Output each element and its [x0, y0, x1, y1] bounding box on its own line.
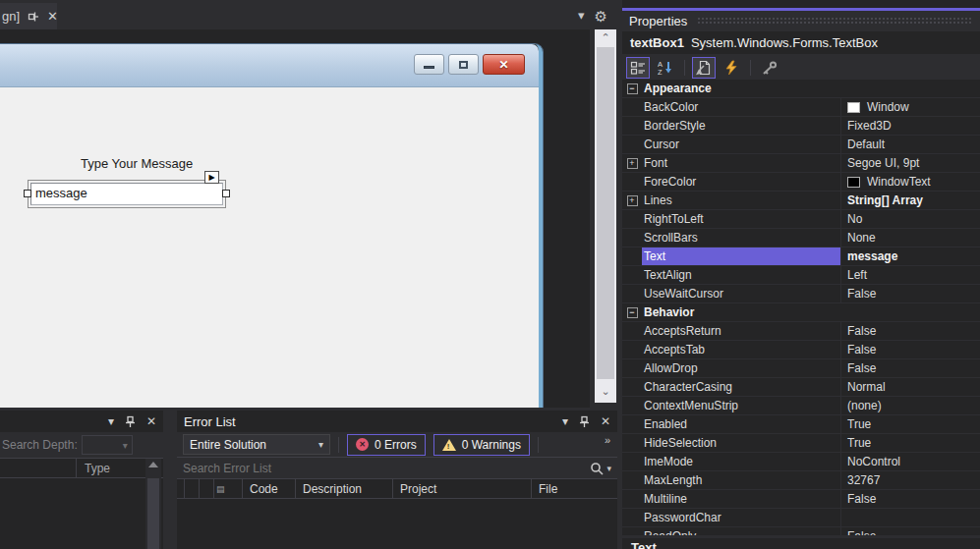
property-value[interactable]: message	[840, 247, 980, 265]
property-row-righttoleft[interactable]: RightToLeftNo	[622, 210, 980, 229]
property-name[interactable]: ImeMode	[642, 453, 840, 470]
scrollbar-thumb[interactable]	[597, 47, 614, 379]
error-list-titlebar[interactable]: Error List ▾ ✕	[177, 411, 617, 432]
left-panel-scrollbar[interactable]	[145, 459, 161, 549]
gear-icon[interactable]: ⚙	[595, 8, 607, 26]
blank-column-header[interactable]	[177, 479, 185, 498]
property-value[interactable]: Left	[840, 266, 980, 284]
property-row-scrollbars[interactable]: ScrollBarsNone	[622, 229, 980, 247]
chevron-down-icon[interactable]: ▾	[108, 414, 114, 428]
property-name[interactable]: AllowDrop	[642, 359, 840, 377]
property-name[interactable]: ScrollBars	[642, 229, 840, 247]
chevron-down-icon[interactable]: ▾	[578, 8, 585, 26]
resize-handle-right[interactable]	[222, 190, 230, 197]
property-row-readonly[interactable]: ReadOnlyFalse	[622, 527, 980, 535]
property-row-multiline[interactable]: MultilineFalse	[622, 490, 980, 509]
scroll-up-icon[interactable]: ⌃	[595, 29, 616, 45]
properties-view-button[interactable]	[692, 57, 716, 79]
close-icon[interactable]: ✕	[601, 414, 610, 428]
blank-column-header[interactable]	[185, 479, 200, 498]
property-value[interactable]: False	[840, 490, 980, 508]
form-label[interactable]: Type Your Message	[81, 156, 193, 171]
property-value[interactable]: 32767	[840, 471, 980, 489]
property-row-passwordchar[interactable]: PasswordChar	[622, 509, 980, 527]
property-value[interactable]: True	[840, 434, 980, 452]
column-header-file[interactable]: File	[532, 479, 617, 498]
property-value[interactable]: WindowText	[840, 173, 980, 191]
property-value[interactable]: Fixed3D	[840, 117, 980, 135]
column-header-project[interactable]: Project	[393, 479, 532, 498]
property-name[interactable]: Appearance	[642, 80, 980, 97]
property-value[interactable]: True	[840, 415, 980, 433]
column-header-code[interactable]: Code	[243, 479, 296, 498]
property-row-hideselection[interactable]: HideSelectionTrue	[622, 434, 980, 453]
scroll-up-icon[interactable]	[148, 462, 158, 467]
property-name[interactable]: BorderStyle	[642, 117, 840, 135]
property-value[interactable]: Default	[840, 136, 980, 153]
property-name[interactable]: Lines	[642, 192, 840, 209]
property-name[interactable]: BackColor	[642, 98, 840, 116]
column-header-description[interactable]: Description	[296, 479, 393, 498]
property-row-textalign[interactable]: TextAlignLeft	[622, 266, 980, 285]
property-name[interactable]: ContextMenuStrip	[642, 397, 840, 414]
minimize-button[interactable]	[414, 54, 444, 75]
property-name[interactable]: ForeColor	[642, 173, 840, 191]
textbox-control[interactable]: message	[30, 183, 223, 205]
tab-form-design[interactable]: gn] ✕	[0, 3, 57, 29]
expander-icon[interactable]: +	[627, 158, 638, 169]
property-row-cursor[interactable]: CursorDefault	[622, 136, 980, 154]
object-selector[interactable]: textBox1 System.Windows.Forms.TextBox	[622, 31, 980, 54]
property-row-acceptsreturn[interactable]: AcceptsReturnFalse	[622, 322, 980, 341]
pin-icon[interactable]	[28, 11, 39, 23]
property-name[interactable]: PasswordChar	[642, 509, 840, 526]
property-name[interactable]: UseWaitCursor	[642, 285, 840, 302]
property-name[interactable]: CharacterCasing	[642, 378, 840, 396]
property-row-imemode[interactable]: ImeModeNoControl	[622, 453, 980, 471]
property-value[interactable]: False	[840, 359, 980, 377]
events-button[interactable]	[720, 57, 743, 79]
property-row-enabled[interactable]: EnabledTrue	[622, 415, 980, 434]
property-value[interactable]: No	[840, 210, 980, 228]
property-name[interactable]: AcceptsTab	[642, 341, 840, 358]
property-row-lines[interactable]: +LinesString[] Array	[622, 192, 980, 210]
property-row-appearance[interactable]: −Appearance	[622, 80, 980, 98]
property-value[interactable]: String[] Array	[840, 192, 980, 209]
property-name[interactable]: Enabled	[642, 415, 840, 433]
alphabetical-sort-button[interactable]: AZ	[654, 57, 677, 79]
expander-icon[interactable]: −	[627, 307, 638, 318]
property-row-behavior[interactable]: −Behavior	[622, 303, 980, 322]
property-row-usewaitcursor[interactable]: UseWaitCursorFalse	[622, 285, 980, 303]
close-icon[interactable]: ✕	[146, 414, 156, 428]
pin-icon[interactable]	[125, 415, 136, 428]
property-name[interactable]: Font	[642, 154, 840, 172]
pin-icon[interactable]	[579, 415, 590, 428]
property-value[interactable]: False	[840, 341, 980, 358]
property-name[interactable]: Multiline	[642, 490, 840, 508]
property-row-charactercasing[interactable]: CharacterCasingNormal	[622, 378, 980, 397]
property-name[interactable]: Behavior	[642, 303, 980, 321]
property-value[interactable]: Normal	[840, 378, 980, 396]
drag-grip[interactable]	[697, 17, 973, 26]
toolbar-overflow-icon[interactable]: »	[605, 434, 611, 446]
warnings-filter-button[interactable]: ! 0 Warnings	[433, 434, 530, 456]
designer-scrollbar[interactable]: ⌃ ⌄	[595, 29, 616, 403]
categorized-button[interactable]	[626, 57, 650, 79]
error-list-search-box[interactable]: ▾	[177, 457, 617, 478]
property-name[interactable]: Text	[642, 247, 840, 265]
property-name[interactable]: HideSelection	[642, 434, 840, 452]
expander-icon[interactable]: −	[627, 83, 638, 94]
property-value[interactable]: False	[840, 322, 980, 340]
chevron-down-icon[interactable]: ▾	[606, 464, 611, 473]
property-row-allowdrop[interactable]: AllowDropFalse	[622, 359, 980, 378]
search-depth-dropdown[interactable]: ▾	[82, 435, 133, 455]
property-value[interactable]: False	[840, 285, 980, 302]
resize-handle-left[interactable]	[24, 190, 31, 197]
scroll-down-icon[interactable]: ⌄	[595, 383, 616, 399]
properties-titlebar[interactable]: Properties	[622, 11, 980, 31]
property-value[interactable]: Window	[840, 98, 980, 116]
property-row-text[interactable]: Textmessage	[622, 247, 980, 266]
property-name[interactable]: RightToLeft	[642, 210, 840, 228]
left-panel-titlebar[interactable]: ▾ ✕	[0, 411, 163, 432]
textbox-selection-frame[interactable]: message ▶	[28, 180, 226, 208]
property-value[interactable]: NoControl	[840, 453, 980, 470]
